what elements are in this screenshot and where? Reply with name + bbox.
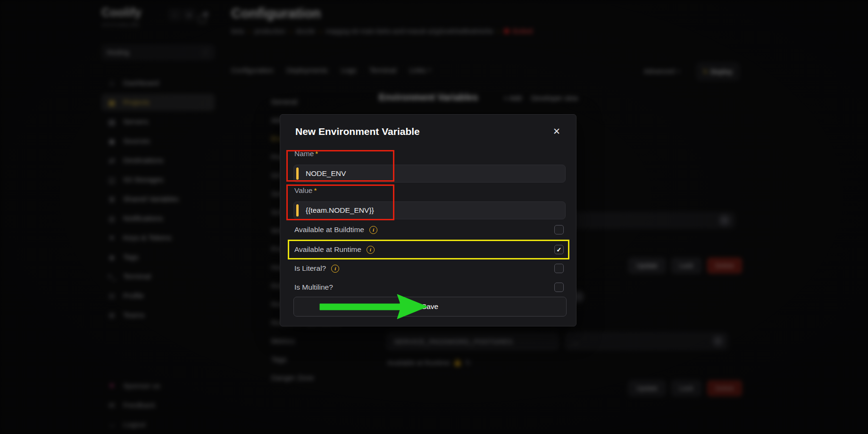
- info-icon[interactable]: i: [331, 265, 339, 273]
- annotation-red-box-name: [286, 150, 394, 182]
- option-is-literal: Is Literal? i: [294, 262, 564, 275]
- screen: Coolify v4.0.0-beta.360 ⌕ ⊕ ✱ Hosting / …: [0, 0, 868, 434]
- annotation-red-box-value: [286, 184, 394, 220]
- info-icon[interactable]: i: [369, 226, 377, 234]
- multiline-checkbox[interactable]: [554, 283, 564, 292]
- annotation-yellow-box-runtime: [288, 240, 569, 259]
- option-label: Is Multiline?: [294, 283, 333, 292]
- buildtime-checkbox[interactable]: [554, 225, 564, 234]
- annotation-green-arrow: [316, 292, 432, 321]
- option-available-buildtime: Available at Buildtime i: [294, 223, 564, 236]
- close-icon[interactable]: ✕: [553, 126, 560, 137]
- option-label: Is Literal?: [294, 264, 326, 273]
- modal-title: New Environment Variable: [295, 126, 420, 137]
- option-label: Available at Buildtime: [294, 225, 364, 234]
- literal-checkbox[interactable]: [554, 264, 564, 273]
